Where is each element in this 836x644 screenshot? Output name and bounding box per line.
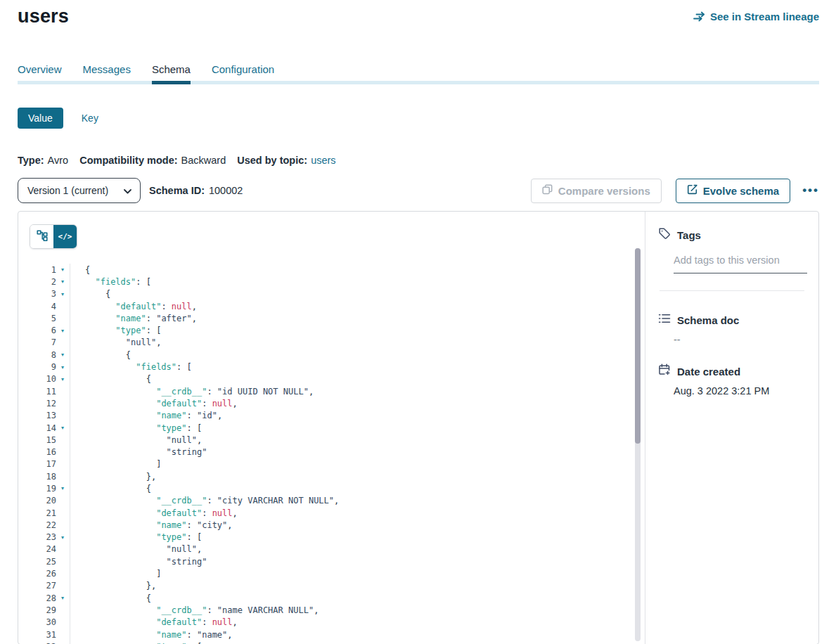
code-line: 16 "string" bbox=[30, 446, 645, 458]
collapse-arrow-icon[interactable]: ▾ bbox=[56, 352, 69, 358]
code-text: "default": null, bbox=[70, 508, 238, 518]
line-number: 19 bbox=[30, 484, 56, 494]
code-gutter: 32▾ bbox=[30, 640, 70, 644]
code-gutter: 10▾ bbox=[30, 373, 70, 385]
line-number: 27 bbox=[30, 581, 56, 591]
code-line: 25 "string" bbox=[30, 555, 645, 567]
code-gutter: 4 bbox=[30, 300, 70, 312]
line-number: 20 bbox=[30, 496, 56, 505]
tree-view-button[interactable] bbox=[30, 225, 53, 248]
collapse-arrow-icon[interactable]: ▾ bbox=[56, 328, 69, 334]
code-line: 17 ] bbox=[30, 458, 645, 470]
code-scrollbar-thumb[interactable] bbox=[635, 248, 641, 444]
code-text: "type": [ bbox=[70, 326, 161, 335]
code-line: 22 "name": "city", bbox=[30, 519, 645, 531]
line-number: 14 bbox=[30, 423, 56, 433]
line-number: 29 bbox=[30, 605, 56, 615]
evolve-schema-button[interactable]: Evolve schema bbox=[676, 179, 790, 203]
code-text: "__crdb__": "name VARCHAR NULL", bbox=[70, 605, 319, 615]
code-view-button[interactable]: </> bbox=[53, 225, 77, 248]
code-text: "fields": [ bbox=[70, 277, 151, 287]
line-number: 25 bbox=[30, 557, 56, 567]
edit-icon bbox=[687, 184, 697, 197]
stream-lineage-label: See in Stream lineage bbox=[710, 11, 819, 22]
code-text: "name": "id", bbox=[70, 411, 222, 420]
collapse-arrow-icon[interactable]: ▾ bbox=[56, 291, 69, 297]
stream-lineage-link[interactable]: See in Stream lineage bbox=[693, 11, 819, 22]
tree-view-icon bbox=[37, 230, 48, 243]
code-text: ] bbox=[70, 459, 161, 469]
value-toggle-button[interactable]: Value bbox=[18, 108, 63, 129]
date-created-section: Date created Aug. 3 2022 3:21 PM bbox=[658, 363, 806, 397]
topic-link[interactable]: users bbox=[311, 155, 335, 166]
code-scrollbar-track[interactable] bbox=[635, 248, 641, 641]
code-line: 21 "default": null, bbox=[30, 507, 645, 519]
code-line: 6▾ "type": [ bbox=[30, 324, 645, 336]
collapse-arrow-icon[interactable]: ▾ bbox=[56, 534, 69, 541]
code-line: 11 "__crdb__": "id UUID NOT NULL", bbox=[30, 385, 645, 397]
code-text: "string" bbox=[70, 557, 207, 567]
add-tags-input[interactable] bbox=[674, 255, 807, 266]
code-text: { bbox=[70, 289, 110, 299]
code-text: "name": "name", bbox=[70, 630, 233, 640]
collapse-arrow-icon[interactable]: ▾ bbox=[56, 595, 69, 601]
code-gutter: 19▾ bbox=[30, 482, 70, 494]
tab-overview[interactable]: Overview bbox=[18, 63, 62, 84]
stream-lineage-icon bbox=[693, 11, 705, 22]
code-text: "default": null, bbox=[70, 617, 238, 627]
key-toggle-button[interactable]: Key bbox=[82, 112, 98, 124]
code-text: "fields": [ bbox=[70, 362, 192, 372]
tab-configuration[interactable]: Configuration bbox=[212, 63, 274, 84]
code-line: 28▾ { bbox=[30, 592, 645, 604]
collapse-arrow-icon[interactable]: ▾ bbox=[56, 425, 69, 431]
code-text: { bbox=[70, 484, 151, 494]
collapse-arrow-icon[interactable]: ▾ bbox=[56, 278, 69, 285]
tags-title: Tags bbox=[677, 229, 701, 241]
collapse-arrow-icon[interactable]: ▾ bbox=[56, 485, 69, 491]
tab-schema[interactable]: Schema bbox=[152, 63, 191, 84]
code-gutter: 28▾ bbox=[30, 592, 70, 604]
code-text: { bbox=[70, 593, 151, 603]
code-text: "string" bbox=[70, 447, 207, 457]
chevron-down-icon bbox=[124, 185, 131, 196]
collapse-arrow-icon[interactable]: ▾ bbox=[56, 376, 69, 382]
code-text: "name": "city", bbox=[70, 520, 233, 530]
line-number: 12 bbox=[30, 399, 56, 408]
line-number: 11 bbox=[30, 387, 56, 397]
schema-id-value: 100002 bbox=[209, 185, 243, 196]
code-text: }, bbox=[70, 472, 156, 482]
schema-doc-value: -- bbox=[674, 334, 806, 345]
code-line: 31 "name": "name", bbox=[30, 629, 645, 640]
code-text: "__crdb__": "city VARCHAR NOT NULL", bbox=[70, 496, 339, 505]
schema-type: Type: Avro bbox=[18, 155, 68, 166]
line-number: 22 bbox=[30, 520, 56, 530]
tab-messages[interactable]: Messages bbox=[83, 63, 131, 84]
code-gutter: 20 bbox=[30, 495, 70, 507]
collapse-arrow-icon[interactable]: ▾ bbox=[56, 266, 69, 273]
code-gutter: 5 bbox=[30, 312, 70, 324]
code-gutter: 31 bbox=[30, 629, 70, 640]
value-key-toggle: Value Key bbox=[18, 108, 98, 129]
line-number: 30 bbox=[30, 617, 56, 627]
collapse-arrow-icon[interactable]: ▾ bbox=[56, 364, 69, 371]
version-select[interactable]: Version 1 (current) bbox=[18, 178, 141, 203]
code-text: "type": [ bbox=[70, 532, 202, 542]
code-gutter: 9▾ bbox=[30, 361, 70, 373]
code-view-icon: </> bbox=[58, 232, 72, 241]
more-options-button[interactable]: ••• bbox=[802, 183, 819, 198]
code-lines: 1▾{2▾ "fields": [3▾ {4 "default": null,5… bbox=[30, 264, 645, 644]
code-gutter: 18 bbox=[30, 470, 70, 482]
line-number: 21 bbox=[30, 508, 56, 518]
line-number: 4 bbox=[30, 302, 56, 311]
code-line: 12 "default": null, bbox=[30, 397, 645, 409]
line-number: 10 bbox=[30, 374, 56, 384]
compare-versions-button[interactable]: Compare versions bbox=[531, 179, 662, 203]
schema-view-toggle: </> bbox=[30, 224, 77, 249]
version-select-value: Version 1 (current) bbox=[27, 185, 108, 196]
schema-page: users See in Stream lineage Overview Mes… bbox=[0, 0, 836, 644]
code-text: "null", bbox=[70, 337, 161, 347]
code-line: 2▾ "fields": [ bbox=[30, 276, 645, 288]
code-line: 9▾ "fields": [ bbox=[30, 361, 645, 373]
version-toolbar: Version 1 (current) Schema ID: 100002 Co… bbox=[18, 178, 819, 203]
code-line: 19▾ { bbox=[30, 482, 645, 494]
